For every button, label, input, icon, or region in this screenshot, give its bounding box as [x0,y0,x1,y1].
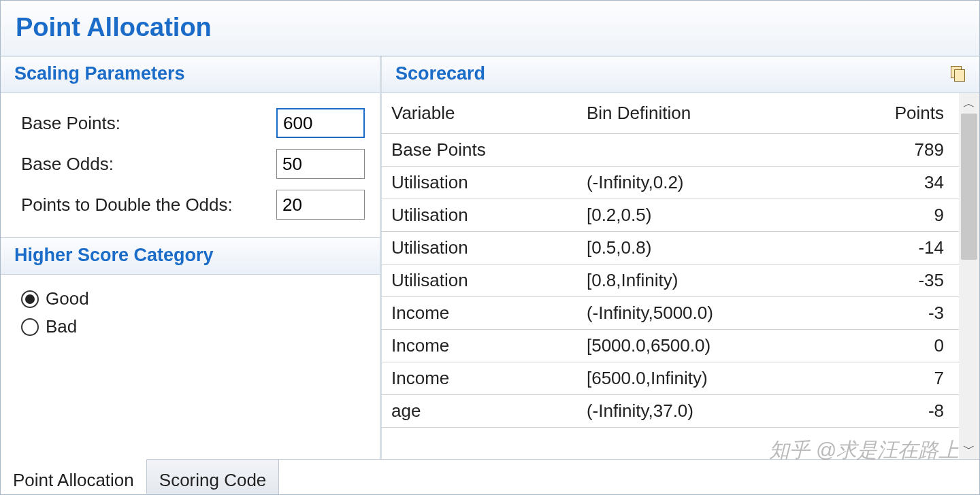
higher-score-category-group: Good Bad [1,275,380,351]
scorecard-header: Scorecard [382,56,979,93]
main-area: Scaling Parameters Base Points: Base Odd… [1,56,979,459]
cell-points: 789 [829,134,959,167]
scroll-thumb[interactable] [961,114,977,260]
cell-variable: Income [382,330,577,362]
cell-points: 9 [829,199,959,232]
scroll-track[interactable] [959,114,979,439]
scaling-parameters-header: Scaling Parameters [1,56,380,93]
table-row[interactable]: Utilisation(-Infinity,0.2)34 [382,167,959,199]
cell-bin: [0.5,0.8) [577,232,829,264]
table-row[interactable]: Income[5000.0,6500.0)0 [382,330,959,362]
base-points-row: Base Points: [21,108,365,138]
cell-points: -3 [829,297,959,330]
left-column: Scaling Parameters Base Points: Base Odd… [1,56,382,459]
cell-points: 34 [829,167,959,199]
cell-variable: Base Points [382,134,577,167]
cell-variable: Income [382,362,577,395]
table-row[interactable]: Utilisation[0.8,Infinity)-35 [382,264,959,297]
cell-variable: Income [382,297,577,330]
cell-points: 7 [829,362,959,395]
page-title: Point Allocation [16,13,964,42]
table-header-row: Variable Bin Definition Points [382,93,959,134]
col-points: Points [829,93,959,134]
bottom-tabs: Point Allocation Scoring Code [1,459,979,494]
cell-bin: [6500.0,Infinity) [577,362,829,395]
col-variable: Variable [382,93,577,134]
tab-label: Point Allocation [13,470,134,491]
cell-variable: age [382,395,577,428]
table-row[interactable]: Utilisation[0.5,0.8)-14 [382,232,959,264]
point-allocation-window: Point Allocation Scaling Parameters Base… [0,0,980,495]
radio-icon [21,318,39,336]
cell-bin: (-Infinity,37.0) [577,395,829,428]
table-row[interactable]: Income(-Infinity,5000.0)-3 [382,297,959,330]
cell-bin: [0.8,Infinity) [577,264,829,297]
cell-points: -8 [829,395,959,428]
cell-bin: [0.2,0.5) [577,199,829,232]
cell-bin: (-Infinity,5000.0) [577,297,829,330]
scrollbar[interactable]: ︿ ﹀ [959,93,979,459]
cell-variable: Utilisation [382,264,577,297]
scorecard-title: Scorecard [395,63,485,84]
pdo-input[interactable] [276,190,365,220]
tab-point-allocation[interactable]: Point Allocation [1,459,147,494]
right-column: Scorecard Variable Bin Definition Points [382,56,979,459]
tab-label: Scoring Code [159,470,267,491]
col-bin: Bin Definition [577,93,829,134]
copy-icon[interactable] [951,66,966,82]
cell-variable: Utilisation [382,199,577,232]
radio-good-label: Good [46,288,89,309]
cell-points: -35 [829,264,959,297]
base-odds-label: Base Odds: [21,154,114,175]
base-odds-input[interactable] [276,149,365,179]
radio-good[interactable]: Good [21,288,365,309]
table-row[interactable]: age(-Infinity,37.0)-8 [382,395,959,428]
scroll-down-icon[interactable]: ﹀ [959,439,979,459]
cell-bin: (-Infinity,0.2) [577,167,829,199]
cell-points: 0 [829,330,959,362]
title-bar: Point Allocation [1,1,979,56]
scorecard-table-body: Variable Bin Definition Points Base Poin… [382,93,959,459]
table-row[interactable]: Income[6500.0,Infinity)7 [382,362,959,395]
higher-score-category-header: Higher Score Category [1,238,380,275]
cell-variable: Utilisation [382,167,577,199]
table-row[interactable]: Utilisation[0.2,0.5)9 [382,199,959,232]
cell-points: -14 [829,232,959,264]
table-row[interactable]: Base Points789 [382,134,959,167]
scaling-parameters-body: Base Points: Base Odds: Points to Double… [1,93,380,238]
scorecard-table-wrap: Variable Bin Definition Points Base Poin… [382,93,979,459]
radio-bad-label: Bad [46,316,77,337]
cell-bin: [5000.0,6500.0) [577,330,829,362]
cell-bin [577,134,829,167]
pdo-row: Points to Double the Odds: [21,190,365,220]
tab-scoring-code[interactable]: Scoring Code [147,460,280,494]
radio-icon [21,290,39,308]
base-points-label: Base Points: [21,113,120,134]
radio-bad[interactable]: Bad [21,316,365,337]
scroll-up-icon[interactable]: ︿ [959,93,979,114]
base-odds-row: Base Odds: [21,149,365,179]
base-points-input[interactable] [276,108,365,138]
cell-variable: Utilisation [382,232,577,264]
scorecard-table: Variable Bin Definition Points Base Poin… [382,93,959,428]
pdo-label: Points to Double the Odds: [21,194,233,216]
